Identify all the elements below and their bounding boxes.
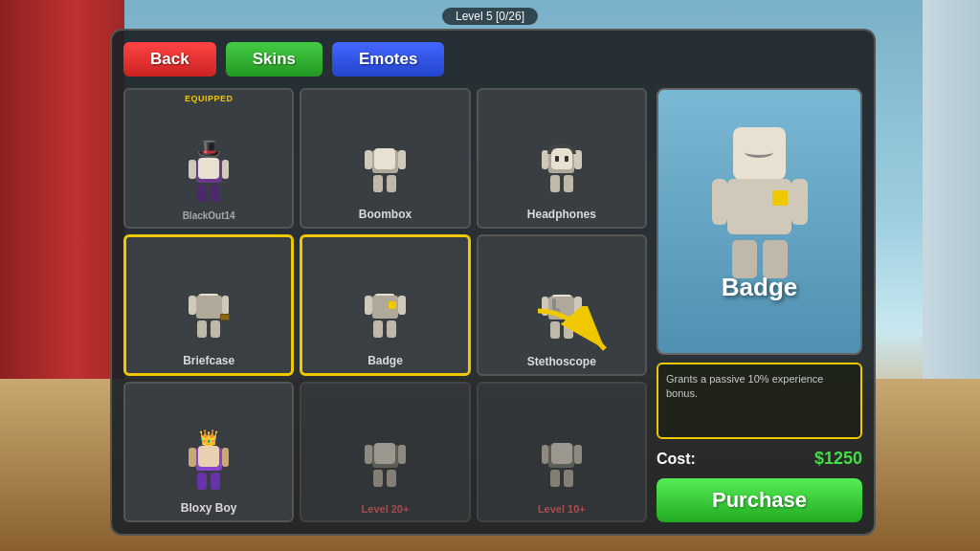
wizard-hat-icon: 🎩 xyxy=(189,137,229,160)
item-headphones[interactable]: Headphones xyxy=(477,88,647,229)
item-label-headphones: Headphones xyxy=(527,208,596,221)
item-stilts[interactable]: Level 20+ xyxy=(300,382,470,522)
item-figure-stilts xyxy=(356,430,413,501)
item-boombox[interactable]: Boombox xyxy=(300,88,470,229)
item-figure-bloxy-boy: 👑 xyxy=(180,428,237,499)
item-stethoscope[interactable]: Stethoscope xyxy=(477,234,647,375)
content-area: EQUIPPED 🎩 xyxy=(123,88,862,522)
skins-button[interactable]: Skins xyxy=(226,42,323,77)
item-label-medkit: Level 10+ xyxy=(538,503,586,515)
preview-figure xyxy=(707,141,813,265)
right-panel: Badge Grants a passive 10% experience bo… xyxy=(657,88,862,522)
item-equipped-char[interactable]: EQUIPPED 🎩 xyxy=(123,88,294,229)
back-button[interactable]: Back xyxy=(123,42,216,77)
item-figure-badge xyxy=(356,280,413,352)
level-text: Level 5 [0/26] xyxy=(456,10,524,23)
item-briefcase[interactable]: Briefcase xyxy=(123,234,294,375)
item-figure-boombox xyxy=(356,134,413,206)
preview-box: Badge xyxy=(657,88,862,355)
item-figure-briefcase xyxy=(180,280,237,352)
item-figure-equipped: 🎩 xyxy=(180,137,237,209)
purple-crown-icon: 👑 xyxy=(189,429,229,447)
item-label-bloxy-boy: Bloxy Boy xyxy=(181,501,237,515)
big-badge-icon xyxy=(772,190,788,206)
description-box: Grants a passive 10% experience bonus. xyxy=(657,363,862,439)
item-bloxy-boy[interactable]: 👑 Bloxy Boy xyxy=(123,382,294,522)
item-medkit[interactable]: Level 10+ xyxy=(477,382,647,522)
cost-label: Cost: xyxy=(657,451,696,468)
emotes-button[interactable]: Emotes xyxy=(332,42,444,77)
items-grid: EQUIPPED 🎩 xyxy=(123,88,647,522)
item-badge[interactable]: Badge xyxy=(300,234,470,375)
item-figure-stethoscope xyxy=(533,281,590,353)
purchase-button[interactable]: Purchase xyxy=(657,478,862,522)
item-label-badge: Badge xyxy=(368,354,403,367)
nav-buttons: Back Skins Emotes xyxy=(123,42,862,77)
description-text: Grants a passive 10% experience bonus. xyxy=(666,372,853,402)
equipped-label: EQUIPPED xyxy=(185,94,234,103)
item-label-stethoscope: Stethoscope xyxy=(527,355,596,368)
shop-dialog: Back Skins Emotes EQUIPPED 🎩 xyxy=(110,29,876,536)
item-label-briefcase: Briefcase xyxy=(183,354,234,367)
level-bar: Level 5 [0/26] xyxy=(442,8,538,25)
item-figure-headphones xyxy=(533,134,590,206)
item-figure-medkit xyxy=(533,430,590,501)
item-label-stilts: Level 20+ xyxy=(362,503,410,515)
cost-row: Cost: $1250 xyxy=(657,447,862,471)
item-label-equipped: BlackOut14 xyxy=(183,210,235,221)
item-label-boombox: Boombox xyxy=(359,208,412,221)
cost-value: $1250 xyxy=(814,449,862,469)
